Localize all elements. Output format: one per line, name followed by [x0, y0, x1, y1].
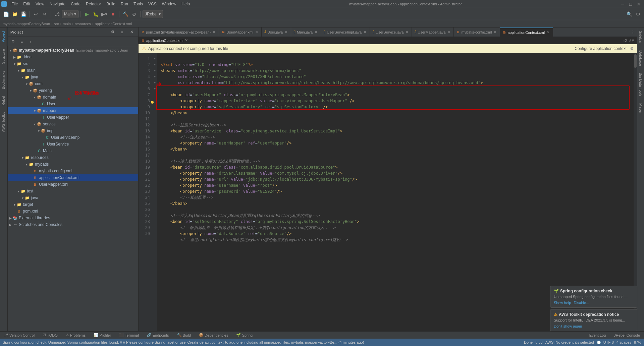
tab-usermapper-xml-close[interactable]: ✕: [255, 30, 259, 34]
tree-mybatis[interactable]: ▾ 📁 mybatis: [8, 161, 138, 168]
menu-run[interactable]: Run: [118, 1, 131, 7]
tabs-more-button[interactable]: ⋮: [629, 28, 637, 36]
project-close-button[interactable]: ✕: [127, 28, 136, 36]
menu-navigate[interactable]: Navigate: [47, 1, 68, 7]
run-config-button[interactable]: ▶▾: [100, 10, 108, 18]
close-button[interactable]: ✕: [635, 0, 643, 8]
tree-main[interactable]: ▾ 📁 main: [8, 67, 138, 74]
tab-main-java[interactable]: J Main.java ✕: [291, 27, 321, 37]
vtab-rebel[interactable]: Rebel: [0, 93, 7, 109]
menu-view[interactable]: View: [33, 1, 47, 7]
configure-gear[interactable]: ⚙: [630, 46, 634, 51]
bottom-tab-endpoints[interactable]: 🔗 Endpoints: [146, 332, 170, 338]
status-line-col[interactable]: 8:63: [535, 340, 542, 344]
rvtab-bigdata[interactable]: Big Data Tools: [637, 69, 644, 100]
rvtab-sidebar[interactable]: Sidebar: [637, 27, 644, 47]
rvtab-maven[interactable]: Maven: [637, 100, 644, 118]
debug-button[interactable]: 🐛: [92, 10, 100, 18]
tab-userserviceimpl-close[interactable]: ✕: [363, 30, 367, 34]
vtab-awstoolkit[interactable]: AWS Toolkit: [0, 109, 7, 135]
tree-main-class[interactable]: ▶ C Main: [8, 148, 138, 154]
bottom-tab-problems[interactable]: ⚠ Problems: [64, 332, 87, 338]
tree-service[interactable]: ▾ 📦 service: [8, 121, 138, 127]
tree-src[interactable]: ▾ 📁 src: [8, 60, 138, 67]
breadcrumb-part-2[interactable]: main: [63, 22, 71, 26]
rvtab-database[interactable]: Database: [637, 47, 644, 69]
tab-pom[interactable]: 🗎 pom.xml (mybatis-mapperFactoryBean) ✕: [139, 27, 219, 37]
tree-ext-libs[interactable]: ▶ 📚 External Libraries: [8, 215, 138, 221]
tab-userserviceimpl-java[interactable]: J UserServiceImpl.java ✕: [321, 27, 370, 37]
tab-user-java-close[interactable]: ✕: [284, 30, 288, 34]
project-toolbar-btn1[interactable]: ⚙: [9, 38, 17, 46]
tree-scratches[interactable]: ▶ ✏ Scratches and Consoles: [8, 221, 138, 228]
run-button[interactable]: ▶: [83, 10, 91, 18]
tree-impl[interactable]: ▾ 📦 impl: [8, 127, 138, 134]
tree-yimeng[interactable]: ▾ 📦 yimeng: [8, 87, 138, 94]
bottom-tab-todo[interactable]: ☑ TODO: [41, 332, 59, 338]
search-everywhere-button[interactable]: 🔍: [625, 10, 633, 18]
bottom-tab-terminal[interactable]: ⬛ Terminal: [118, 332, 140, 338]
bottom-tab-spring[interactable]: 🌱 Spring: [235, 332, 254, 338]
tab-main-java-close[interactable]: ✕: [314, 30, 318, 34]
tree-test-java[interactable]: ▾ 📁 java: [8, 194, 138, 201]
tab-appcontext-close[interactable]: ✕: [546, 31, 550, 34]
tab-usermapper-java[interactable]: J UserMapper.java ✕: [412, 27, 454, 37]
project-settings-button[interactable]: ⚙: [109, 28, 117, 36]
settings-button[interactable]: ⚙: [634, 10, 642, 18]
menu-refactor[interactable]: Refactor: [83, 1, 104, 7]
breadcrumb-part-0[interactable]: mybatis-mapperFactoryBean: [3, 22, 50, 26]
configure-link[interactable]: Configure application context: [575, 46, 627, 51]
tree-resources[interactable]: ▾ 📁 resources: [8, 154, 138, 161]
tree-root[interactable]: ▾ 📦 mybatis-mapperFactoryBean E:\mybatis…: [8, 47, 138, 54]
tab-usermapper-java-close[interactable]: ✕: [447, 30, 451, 34]
status-encoding[interactable]: UTF-8: [603, 340, 614, 344]
bottom-tab-build[interactable]: 🔨 Build: [176, 332, 192, 338]
menu-vcs[interactable]: VCS: [146, 1, 159, 7]
tree-com[interactable]: ▾ 📦 com: [8, 80, 138, 87]
open-button[interactable]: 📁: [11, 10, 19, 18]
editor-scroll-up[interactable]: ∧: [629, 38, 632, 43]
no-build-button[interactable]: ⊘: [130, 10, 138, 18]
branch-dropdown[interactable]: Main ▾: [62, 10, 78, 18]
tree-userservice[interactable]: ▶ I UserService: [8, 141, 138, 148]
stop-button[interactable]: ■: [109, 10, 117, 18]
editor-scroll-down[interactable]: ∨: [632, 38, 634, 43]
project-collapse-button[interactable]: ≡: [118, 28, 126, 36]
tab-pom-close[interactable]: ✕: [212, 30, 216, 34]
undo-button[interactable]: ↩: [32, 10, 40, 18]
tab-appcontext-active[interactable]: 🗎 applicationContext.xml ✕: [500, 27, 553, 37]
tree-usermapper-xml[interactable]: ▶ 🗎 UserMapper.xml: [8, 181, 138, 188]
status-line-sep[interactable]: 87%: [634, 340, 641, 344]
breadcrumb-part-3[interactable]: resources: [75, 22, 91, 26]
menu-tools[interactable]: Tools: [131, 1, 146, 7]
menu-code[interactable]: Code: [68, 1, 83, 7]
redo-button[interactable]: ↪: [41, 10, 49, 18]
file-tab-close-x[interactable]: ✕: [185, 38, 188, 43]
jrebel-dropdown[interactable]: JRebel ▾: [143, 10, 163, 18]
maximize-button[interactable]: □: [627, 0, 635, 8]
menu-build[interactable]: Build: [104, 1, 118, 7]
tab-mybatis-config[interactable]: 🗎 mybatis-config.xml ✕: [454, 27, 500, 37]
tree-target[interactable]: ▾ 📁 target: [8, 201, 138, 208]
bottom-tab-dependencies[interactable]: 📦 Dependencies: [198, 332, 229, 338]
bottom-tab-eventlog[interactable]: Event Log: [588, 333, 607, 338]
bottom-tab-vcs[interactable]: ⎇ Version Control: [3, 332, 36, 338]
tab-userservice-java[interactable]: J UserService.java ✕: [370, 27, 412, 37]
status-aws[interactable]: AWS: No credentials selected: [545, 340, 594, 344]
tree-mybatis-config[interactable]: ▶ 🗎 mybatis-config.xml: [8, 168, 138, 174]
status-spaces[interactable]: 4 spaces: [616, 340, 631, 344]
bottom-tab-jrebel-console[interactable]: JRebel Console: [612, 333, 641, 338]
tree-test[interactable]: ▾ 📁 test: [8, 188, 138, 194]
vtab-structure[interactable]: Structure: [0, 46, 7, 67]
tab-user-java[interactable]: J User.java ✕: [262, 27, 291, 37]
menu-help[interactable]: Help: [179, 1, 193, 7]
vcs-button[interactable]: ⎇: [53, 10, 61, 18]
minimize-button[interactable]: ─: [619, 0, 627, 8]
tree-userserviceimpl[interactable]: ▶ C UserServiceImpl: [8, 134, 138, 141]
vtab-project[interactable]: Project: [0, 27, 7, 46]
breadcrumb-part-4[interactable]: applicationContext.xml: [95, 22, 132, 26]
tree-idea[interactable]: ▶ 📁 .idea: [8, 54, 138, 60]
build-button[interactable]: 🔨: [121, 10, 129, 18]
spring-disable-link[interactable]: Disable...: [574, 301, 589, 305]
tree-pom[interactable]: ▶ 🗎 pom.xml: [8, 208, 138, 215]
